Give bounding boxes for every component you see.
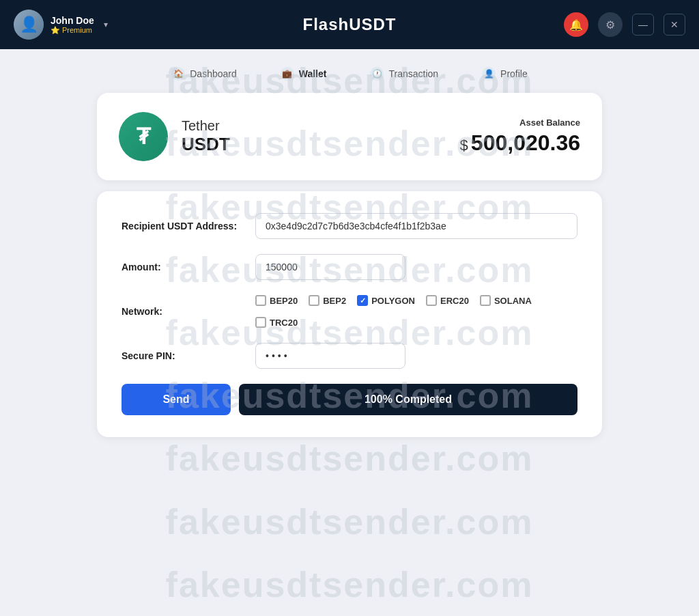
network-option-trc20[interactable]: TRC20 <box>255 317 298 328</box>
tether-logo: ₮ <box>119 112 168 161</box>
pin-row: Secure PIN: <box>122 343 577 369</box>
network-option-solana[interactable]: SOLANA <box>480 295 532 306</box>
dashboard-icon: 🏠 <box>171 67 185 81</box>
bep20-label: BEP20 <box>270 296 298 306</box>
user-badge: ⭐ Premium <box>51 26 94 35</box>
nav-item-dashboard[interactable]: 🏠 Dashboard <box>166 64 242 83</box>
balance-value: 500,020.36 <box>471 130 580 156</box>
trc20-checkbox[interactable] <box>255 317 266 328</box>
asset-symbol: USDT <box>182 134 446 155</box>
tether-logo-icon: ₮ <box>137 124 150 150</box>
form-card: Recipient USDT Address: Amount: Network:… <box>97 191 602 437</box>
asset-balance-section: Asset Balance $ 500,020.36 <box>460 117 580 156</box>
main-content: fakeusdtsender.com fakeusdtsender.com fa… <box>0 49 699 616</box>
nav-label-wallet: Wallet <box>299 68 327 79</box>
network-row: Network: BEP20 BEP2 POLYGON <box>122 295 577 328</box>
transaction-icon: 🕐 <box>370 67 384 81</box>
completed-button[interactable]: 100% Completed <box>239 384 577 415</box>
erc20-checkbox[interactable] <box>426 295 437 306</box>
badge-star-icon: ⭐ <box>51 26 60 35</box>
asset-card: ₮ Tether USDT Asset Balance $ 500,020.36 <box>97 93 602 180</box>
recipient-input[interactable] <box>255 213 577 239</box>
asset-balance-amount: $ 500,020.36 <box>460 130 580 156</box>
cards-container: ₮ Tether USDT Asset Balance $ 500,020.36… <box>83 93 616 437</box>
notification-bell-icon[interactable]: 🔔 <box>564 12 588 37</box>
nav-label-transaction: Transaction <box>388 68 438 79</box>
avatar-icon: 👤 <box>20 16 38 33</box>
network-option-erc20[interactable]: ERC20 <box>426 295 469 306</box>
network-option-bep20[interactable]: BEP20 <box>255 295 298 306</box>
watermark-row: fakeusdtsender.com <box>166 438 534 479</box>
wallet-icon: 💼 <box>281 67 294 81</box>
solana-checkbox[interactable] <box>480 295 491 306</box>
titlebar-left: 👤 John Doe ⭐ Premium ▾ <box>14 10 108 40</box>
solana-label: SOLANA <box>494 296 532 306</box>
nav-item-transaction[interactable]: 🕐 Transaction <box>365 64 444 83</box>
user-name: John Doe <box>51 15 94 26</box>
erc20-label: ERC20 <box>440 296 469 306</box>
network-label: Network: <box>122 306 244 317</box>
pin-label: Secure PIN: <box>122 350 244 361</box>
nav-item-wallet[interactable]: 💼 Wallet <box>275 64 332 83</box>
polygon-checkbox[interactable] <box>357 295 368 306</box>
watermark-row: fakeusdtsender.com <box>166 501 534 542</box>
nav-label-profile: Profile <box>500 68 528 79</box>
user-info: John Doe ⭐ Premium <box>51 15 94 35</box>
chevron-down-icon[interactable]: ▾ <box>104 20 108 29</box>
settings-gear-icon[interactable]: ⚙ <box>598 12 623 37</box>
titlebar-right: 🔔 ⚙ — ✕ <box>564 12 685 37</box>
network-option-polygon[interactable]: POLYGON <box>357 295 415 306</box>
pin-input[interactable] <box>255 343 405 369</box>
nav-item-profile[interactable]: 👤 Profile <box>476 64 533 83</box>
profile-icon: 👤 <box>482 67 496 81</box>
buttons-row: Send 100% Completed <box>122 384 577 415</box>
send-button[interactable]: Send <box>122 384 231 415</box>
asset-name: Tether <box>182 118 446 134</box>
dollar-sign: $ <box>460 137 468 154</box>
avatar: 👤 <box>14 10 44 40</box>
watermark-row: fakeusdtsender.com <box>166 564 534 605</box>
app-title: FlashUSDT <box>302 15 396 34</box>
network-options: BEP20 BEP2 POLYGON ERC20 <box>255 295 577 328</box>
amount-label: Amount: <box>122 262 244 272</box>
bep20-checkbox[interactable] <box>255 295 266 306</box>
asset-info: Tether USDT <box>182 118 446 155</box>
network-option-bep2[interactable]: BEP2 <box>309 295 346 306</box>
badge-label: Premium <box>62 26 92 34</box>
nav-label-dashboard: Dashboard <box>190 68 237 79</box>
asset-balance-label: Asset Balance <box>460 117 580 128</box>
amount-row: Amount: <box>122 254 577 280</box>
bep2-label: BEP2 <box>323 296 346 306</box>
recipient-row: Recipient USDT Address: <box>122 213 577 239</box>
navigation: 🏠 Dashboard 💼 Wallet 🕐 Transaction 👤 Pro… <box>0 49 699 93</box>
bep2-checkbox[interactable] <box>309 295 319 306</box>
amount-input[interactable] <box>255 254 405 280</box>
polygon-label: POLYGON <box>371 296 415 306</box>
titlebar: 👤 John Doe ⭐ Premium ▾ FlashUSDT 🔔 ⚙ — ✕ <box>0 0 699 49</box>
trc20-label: TRC20 <box>270 318 298 328</box>
recipient-label: Recipient USDT Address: <box>122 221 244 232</box>
close-button[interactable]: ✕ <box>664 14 685 36</box>
minimize-button[interactable]: — <box>632 14 654 36</box>
